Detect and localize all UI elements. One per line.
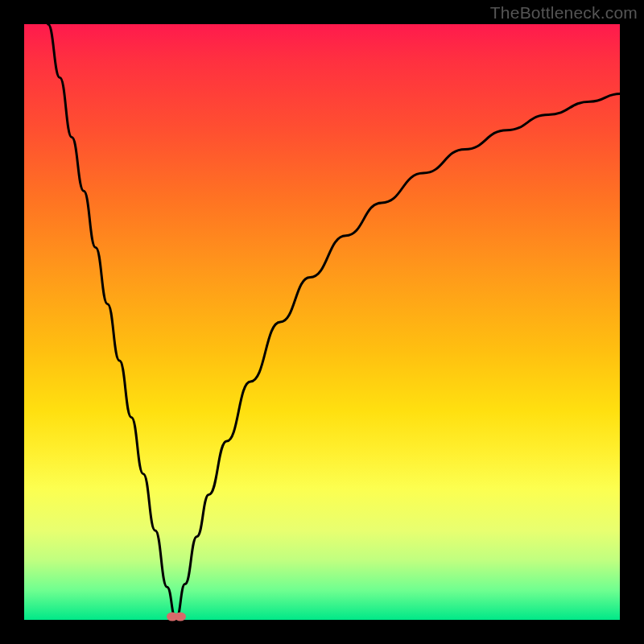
watermark-text: TheBottleneck.com bbox=[490, 3, 638, 23]
curve-layer bbox=[24, 24, 620, 620]
bottleneck-curve bbox=[48, 24, 620, 620]
min-point-2 bbox=[175, 613, 186, 621]
chart-frame: TheBottleneck.com bbox=[0, 0, 644, 644]
plot-area bbox=[24, 24, 620, 620]
